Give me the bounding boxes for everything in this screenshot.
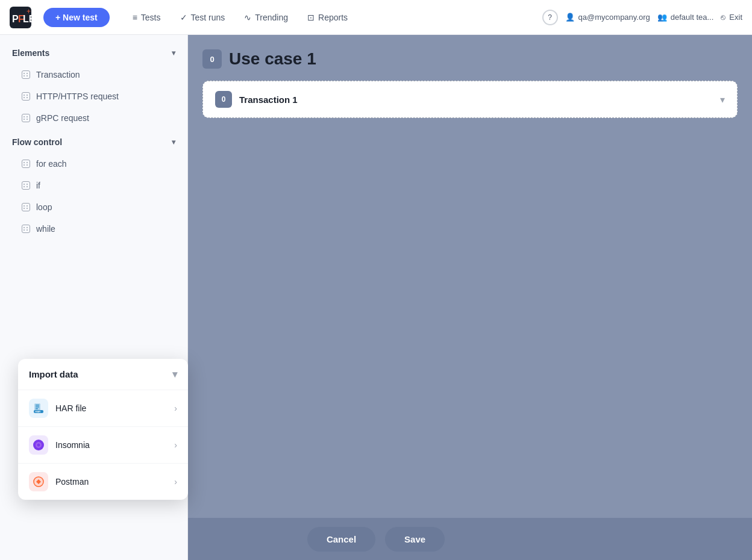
top-navigation: P F LB + + New test ≡ Tests ✓ Test runs … [0,0,752,35]
use-case-badge: 0 [202,49,222,69]
drag-handle-http [22,92,30,101]
sidebar-item-while[interactable]: while [0,218,187,240]
transaction-chevron-icon: ▾ [720,94,725,105]
postman-label: Postman [55,477,89,487]
logo: P F LB + [10,7,31,28]
drag-dots [24,205,28,209]
help-button[interactable]: ? [542,10,558,25]
har-icon-svg: HAR [33,402,45,414]
sidebar-item-if[interactable]: if [0,175,187,196]
sidebar-item-for-each[interactable]: for each [0,153,187,175]
trending-icon: ∿ [244,13,251,22]
postman-icon [29,472,48,491]
nav-item-test-runs[interactable]: ✓ Test runs [172,9,234,26]
trending-label: Trending [255,13,288,22]
use-case-title: Use case 1 [229,49,316,69]
transaction-name: Transaction 1 [239,95,298,105]
drag-dots [24,184,28,187]
sidebar-item-http-request[interactable]: HTTP/HTTPS request [0,86,187,107]
import-item-insomnia[interactable]: Insomnia › [18,427,188,464]
cancel-button[interactable]: Cancel [307,527,375,552]
postman-icon-svg [32,475,45,488]
svg-rect-8 [36,408,38,409]
insomnia-icon [29,435,48,455]
exit-label: Exit [729,13,742,22]
grpc-request-label: gRPC request [36,113,89,123]
sidebar-section-elements: Elements ▾ Transaction [0,42,187,129]
reports-label: Reports [318,13,348,22]
import-data-header: Import data ▾ [18,359,188,390]
exit-button[interactable]: ⎋ Exit [721,13,742,22]
transaction-label: Transaction [36,70,80,79]
nav-item-reports[interactable]: ⊡ Reports [299,9,356,26]
nav-item-tests[interactable]: ≡ Tests [124,9,169,26]
import-item-postman-left: Postman [29,472,89,491]
drag-handle-transaction [22,70,30,79]
import-data-popup: Import data ▾ HAR HAR file › [18,359,188,500]
drag-dots [24,95,28,98]
nav-right: ? 👤 qa@mycompany.org 👥 default tea... ⎋ … [542,10,742,25]
exit-icon: ⎋ [721,13,725,22]
while-label: while [36,224,55,234]
http-request-label: HTTP/HTTPS request [36,92,119,101]
drag-dots [24,116,28,120]
elements-section-header[interactable]: Elements ▾ [0,42,187,64]
sidebar-item-loop[interactable]: loop [0,196,187,218]
svg-rect-6 [36,405,39,406]
user-account[interactable]: 👤 qa@mycompany.org [565,13,650,22]
reports-icon: ⊡ [307,13,315,22]
import-item-har-file[interactable]: HAR HAR file › [18,390,188,427]
list-icon: ≡ [133,13,137,22]
check-icon: ✓ [180,13,187,22]
insomnia-icon-svg [32,438,45,452]
tests-label: Tests [141,13,161,22]
drag-handle-if [22,181,30,190]
svg-point-13 [37,444,40,447]
transaction-card: 0 Transaction 1 ▾ [202,81,738,118]
import-item-postman[interactable]: Postman › [18,464,188,500]
sidebar-section-flow-control: Flow control ▾ for each [0,131,187,240]
flow-control-chevron-icon: ▾ [172,138,175,146]
user-icon: 👤 [565,13,575,22]
flow-control-section-label: Flow control [12,137,62,147]
insomnia-label: Insomnia [55,440,90,450]
main-content: 0 Use case 1 0 Transaction 1 ▾ [188,35,752,560]
elements-section-label: Elements [12,48,49,58]
har-file-icon: HAR [29,399,48,418]
svg-text:HAR: HAR [36,410,41,413]
drag-handle-for-each [22,160,30,168]
insomnia-chevron-icon: › [174,440,177,450]
main-layout: Elements ▾ Transaction [0,35,752,560]
team-name: default tea... [671,13,714,22]
user-email: qa@mycompany.org [578,13,650,22]
import-data-chevron-icon: ▾ [172,369,177,380]
sidebar-item-grpc-request[interactable]: gRPC request [0,107,187,129]
team-selector[interactable]: 👥 default tea... [657,13,714,22]
transaction-badge: 0 [215,91,232,108]
use-case-header: 0 Use case 1 [202,49,738,69]
nav-item-trending[interactable]: ∿ Trending [236,9,296,26]
postman-chevron-icon: › [174,477,177,487]
loop-label: loop [36,202,52,212]
drag-dots [24,227,28,231]
transaction-left: 0 Transaction 1 [215,91,298,108]
if-label: if [36,181,40,190]
for-each-label: for each [36,159,67,169]
drag-handle-loop [22,203,30,211]
drag-dots [24,73,28,76]
flow-control-section-header[interactable]: Flow control ▾ [0,131,187,153]
drag-dots [24,162,28,166]
new-test-button[interactable]: + New test [43,8,110,27]
save-button[interactable]: Save [385,527,445,552]
team-icon: 👥 [657,13,667,22]
sidebar-item-transaction[interactable]: Transaction [0,64,187,86]
logo-icon: P F LB + [10,7,31,28]
import-item-insomnia-left: Insomnia [29,435,90,455]
drag-handle-while [22,225,30,233]
elements-chevron-icon: ▾ [172,49,175,57]
drag-handle-grpc [22,114,30,122]
import-data-title: Import data [29,369,78,379]
test-runs-label: Test runs [191,13,225,22]
transaction-header[interactable]: 0 Transaction 1 ▾ [203,81,737,117]
har-file-label: HAR file [55,403,86,413]
